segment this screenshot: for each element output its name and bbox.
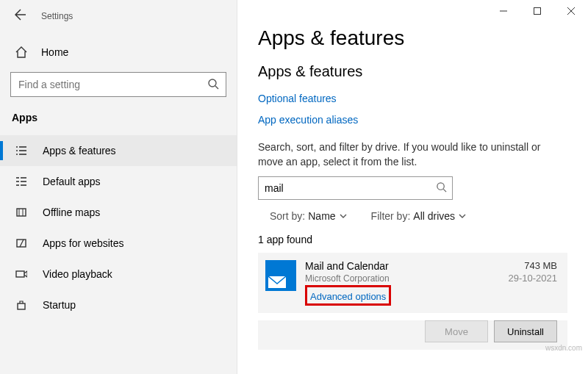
uninstall-button[interactable]: Uninstall (494, 320, 557, 342)
maximize-icon (534, 7, 541, 15)
window-controls (487, 0, 588, 22)
filter-value: All drives (413, 210, 455, 222)
search-icon (207, 78, 219, 93)
app-date: 29-10-2021 (509, 273, 558, 284)
sidebar-item-apps-for-websites[interactable]: Apps for websites (0, 228, 237, 259)
app-name: Mail and Calendar (305, 260, 509, 272)
startup-icon (15, 298, 28, 312)
sidebar: Settings Home Apps Apps & features Defau… (0, 0, 237, 374)
search-icon (436, 181, 447, 195)
app-list-item[interactable]: Mail and Calendar Microsoft Corporation … (258, 253, 567, 313)
sidebar-item-label: Offline maps (43, 206, 100, 218)
mail-app-icon (265, 260, 296, 291)
sidebar-item-label: Default apps (43, 176, 101, 187)
chevron-down-icon (339, 212, 348, 220)
page-title: Apps & features (258, 26, 567, 50)
app-execution-aliases-link[interactable]: App execution aliases (258, 114, 358, 126)
move-button: Move (425, 320, 488, 342)
home-label: Home (41, 46, 68, 58)
sidebar-item-video-playback[interactable]: Video playback (0, 259, 237, 290)
result-count: 1 app found (258, 234, 567, 245)
app-size: 743 MB (509, 260, 558, 271)
app-action-buttons: Move Uninstall (258, 320, 567, 350)
watermark: wsxdn.com (545, 344, 582, 352)
svg-line-23 (443, 190, 446, 193)
app-publisher: Microsoft Corporation (305, 273, 509, 284)
optional-features-link[interactable]: Optional features (258, 93, 337, 104)
window-title: Settings (41, 11, 73, 21)
sidebar-item-startup[interactable]: Startup (0, 290, 237, 320)
find-setting-input[interactable] (10, 72, 226, 97)
svg-rect-14 (17, 209, 26, 216)
default-apps-icon (15, 175, 28, 188)
svg-rect-17 (18, 303, 25, 309)
sort-by-dropdown[interactable]: Sort by: Name (270, 210, 348, 222)
apps-for-websites-icon (15, 237, 28, 250)
sidebar-item-label: Startup (43, 299, 76, 311)
sidebar-section-header: Apps (0, 107, 237, 131)
home-nav[interactable]: Home (0, 38, 237, 66)
app-search-input[interactable] (258, 176, 453, 200)
svg-line-1 (215, 86, 218, 89)
section-title: Apps & features (258, 63, 567, 80)
svg-rect-16 (16, 271, 24, 277)
highlight-box: Advanced options (305, 285, 391, 306)
svg-rect-19 (534, 8, 541, 15)
video-playback-icon (15, 267, 28, 281)
sidebar-search (10, 72, 226, 97)
home-icon (15, 46, 28, 59)
advanced-options-link[interactable]: Advanced options (310, 291, 386, 302)
app-search (258, 176, 453, 200)
sidebar-item-label: Video playback (43, 268, 112, 280)
chevron-down-icon (458, 212, 467, 220)
app-info: Mail and Calendar Microsoft Corporation … (305, 260, 509, 306)
title-bar: Settings (0, 0, 237, 32)
sidebar-item-apps-features[interactable]: Apps & features (0, 135, 237, 166)
arrow-left-icon (15, 9, 26, 21)
sort-filter-row: Sort by: Name Filter by: All drives (258, 210, 567, 222)
filter-by-dropdown[interactable]: Filter by: All drives (371, 210, 467, 222)
apps-features-icon (15, 144, 28, 157)
minimize-icon (500, 7, 507, 15)
back-button[interactable] (9, 6, 32, 26)
sidebar-item-default-apps[interactable]: Default apps (0, 166, 237, 197)
sort-value: Name (308, 210, 335, 222)
filter-label: Filter by: (371, 210, 411, 222)
svg-point-0 (209, 79, 216, 87)
close-button[interactable] (554, 0, 588, 22)
sidebar-item-offline-maps[interactable]: Offline maps (0, 197, 237, 228)
minimize-button[interactable] (487, 0, 520, 22)
description-text: Search, sort, and filter by drive. If yo… (258, 140, 567, 169)
offline-maps-icon (15, 206, 28, 219)
sidebar-nav: Apps & features Default apps Offline map… (0, 135, 237, 320)
app-meta: 743 MB 29-10-2021 (509, 260, 558, 284)
main-panel: Apps & features Apps & features Optional… (237, 0, 588, 374)
content-area: Apps & features Apps & features Optional… (237, 0, 588, 350)
sidebar-item-label: Apps & features (43, 145, 116, 157)
svg-point-22 (437, 183, 444, 190)
sort-label: Sort by: (270, 210, 305, 222)
close-icon (567, 7, 575, 15)
sidebar-item-label: Apps for websites (43, 237, 124, 249)
maximize-button[interactable] (520, 0, 554, 22)
